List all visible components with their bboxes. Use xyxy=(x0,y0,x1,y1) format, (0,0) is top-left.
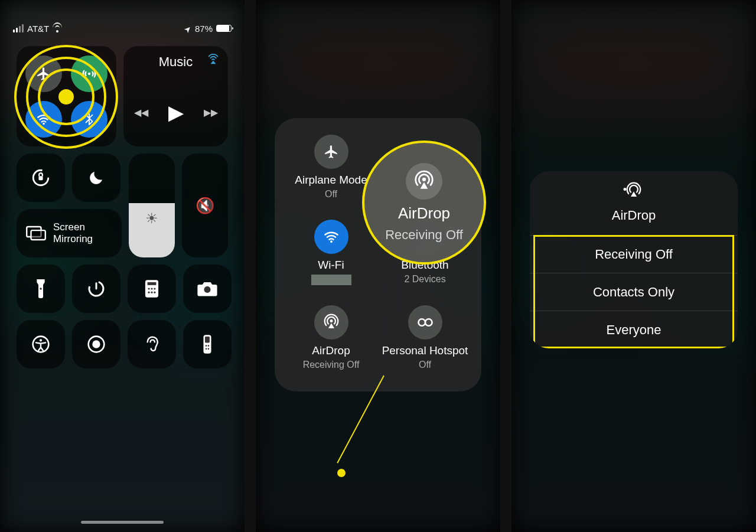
bluetooth-toggle[interactable] xyxy=(71,101,107,138)
svg-point-23 xyxy=(206,345,207,347)
svg-point-1 xyxy=(43,122,45,124)
airdrop-icon xyxy=(406,163,442,200)
hotspot-icon xyxy=(408,305,442,340)
rotation-lock-icon xyxy=(31,168,51,188)
volume-slider[interactable]: 🔇 xyxy=(182,154,228,257)
svg-point-10 xyxy=(148,288,149,289)
airdrop-options-panel: AirDrop Receiving Off Contacts Only Ever… xyxy=(530,171,738,348)
rotation-lock-button[interactable] xyxy=(17,154,65,202)
wifi-toggle[interactable] xyxy=(25,101,62,138)
bluetooth-icon xyxy=(83,113,96,126)
svg-point-18 xyxy=(40,339,42,341)
accessibility-icon xyxy=(31,335,50,354)
svg-point-16 xyxy=(204,286,210,293)
svg-point-12 xyxy=(154,288,155,289)
wifi-network-redacted xyxy=(311,275,351,285)
ear-icon xyxy=(144,335,160,354)
airplane-icon xyxy=(314,135,348,169)
calculator-button[interactable] xyxy=(128,265,176,313)
callout-sub: Receiving Off xyxy=(385,227,463,243)
svg-point-6 xyxy=(40,288,41,289)
hearing-button[interactable] xyxy=(128,320,176,368)
cellular-toggle[interactable] xyxy=(71,56,107,92)
carrier-label: AT&T xyxy=(27,24,49,34)
svg-rect-9 xyxy=(148,282,157,285)
svg-point-14 xyxy=(151,292,152,293)
svg-point-20 xyxy=(92,340,100,348)
screen-mirroring-icon xyxy=(26,226,46,241)
airdrop-status: Receiving Off xyxy=(303,360,360,370)
accessibility-button[interactable] xyxy=(17,320,65,368)
airdrop-callout: AirDrop Receiving Off xyxy=(362,141,486,265)
prev-track-button[interactable]: ◀◀ xyxy=(134,107,148,118)
timer-button[interactable] xyxy=(72,265,120,313)
airdrop-icon xyxy=(314,305,348,340)
svg-point-28 xyxy=(330,319,333,322)
svg-point-15 xyxy=(154,292,155,293)
airdrop-option-receiving-off[interactable]: Receiving Off xyxy=(530,235,738,273)
wifi-label: Wi-Fi xyxy=(318,259,344,272)
screen-record-button[interactable] xyxy=(72,320,120,368)
airdrop-option-contacts-only[interactable]: Contacts Only xyxy=(530,273,738,311)
brightness-icon: ☀ xyxy=(145,210,158,227)
hotspot-control[interactable]: Personal Hotspot Off xyxy=(378,305,472,370)
highlight-bullseye-icon xyxy=(58,89,74,105)
cellular-icon xyxy=(82,66,97,81)
wifi-icon xyxy=(53,25,62,32)
screenshot-step-2: Airplane Mode Off Wi-Fi Bluetooth 2 Devi… xyxy=(256,0,500,532)
wifi-icon xyxy=(314,220,348,254)
svg-point-26 xyxy=(208,348,210,350)
battery-percent: 87% xyxy=(195,24,213,34)
callout-title: AirDrop xyxy=(398,204,450,223)
svg-point-27 xyxy=(330,240,333,243)
svg-point-32 xyxy=(624,188,627,191)
camera-button[interactable] xyxy=(183,265,232,313)
brightness-slider[interactable]: ☀ xyxy=(129,154,175,257)
location-icon: ➤ xyxy=(182,24,194,35)
next-track-button[interactable]: ▶▶ xyxy=(204,107,218,118)
airdrop-option-everyone[interactable]: Everyone xyxy=(530,311,738,348)
volume-mute-icon: 🔇 xyxy=(195,197,214,215)
svg-point-24 xyxy=(208,345,210,347)
airplane-toggle[interactable] xyxy=(25,56,62,92)
hotspot-status: Off xyxy=(419,360,431,370)
svg-point-31 xyxy=(422,177,426,181)
play-button[interactable]: ▶ xyxy=(168,100,184,124)
svg-point-29 xyxy=(418,319,425,326)
screenshot-step-1: AT&T ➤ 87% xyxy=(0,0,245,532)
screenshot-step-3: AirDrop Receiving Off Contacts Only Ever… xyxy=(511,0,756,532)
airdrop-label: AirDrop xyxy=(312,344,350,357)
record-icon xyxy=(87,335,106,354)
svg-point-11 xyxy=(151,288,152,289)
timer-icon xyxy=(87,279,106,298)
home-indicator[interactable] xyxy=(81,521,164,524)
airdrop-control[interactable]: AirDrop Receiving Off xyxy=(284,305,378,370)
svg-point-13 xyxy=(148,292,149,293)
wifi-control[interactable]: Wi-Fi xyxy=(284,220,378,285)
airplane-status: Off xyxy=(325,189,337,200)
svg-rect-22 xyxy=(205,337,210,342)
svg-point-0 xyxy=(88,72,90,74)
hotspot-label: Personal Hotspot xyxy=(382,344,468,357)
airplane-label: Airplane Mode xyxy=(295,174,367,187)
flashlight-button[interactable] xyxy=(17,265,65,313)
apple-tv-remote-button[interactable] xyxy=(183,320,232,368)
remote-icon xyxy=(202,334,213,354)
svg-rect-5 xyxy=(31,230,45,240)
music-label: Music xyxy=(159,54,193,70)
status-bar: AT&T ➤ 87% xyxy=(0,0,245,46)
svg-point-30 xyxy=(425,319,432,326)
wifi-icon xyxy=(36,112,51,127)
airplane-icon xyxy=(36,66,51,81)
camera-icon xyxy=(197,280,218,297)
screen-mirroring-button[interactable]: Screen Mirroring xyxy=(17,209,122,257)
airplay-icon[interactable] xyxy=(207,53,220,68)
cell-signal-icon xyxy=(13,24,24,32)
music-tile[interactable]: Music ◀◀ ▶ ▶▶ xyxy=(123,46,228,146)
svg-point-25 xyxy=(206,348,207,350)
connectivity-tile[interactable] xyxy=(17,46,116,146)
bluetooth-status: 2 Devices xyxy=(404,274,445,285)
svg-rect-3 xyxy=(38,176,43,180)
callout-leader-dot-icon xyxy=(337,469,346,477)
do-not-disturb-button[interactable] xyxy=(72,154,120,202)
